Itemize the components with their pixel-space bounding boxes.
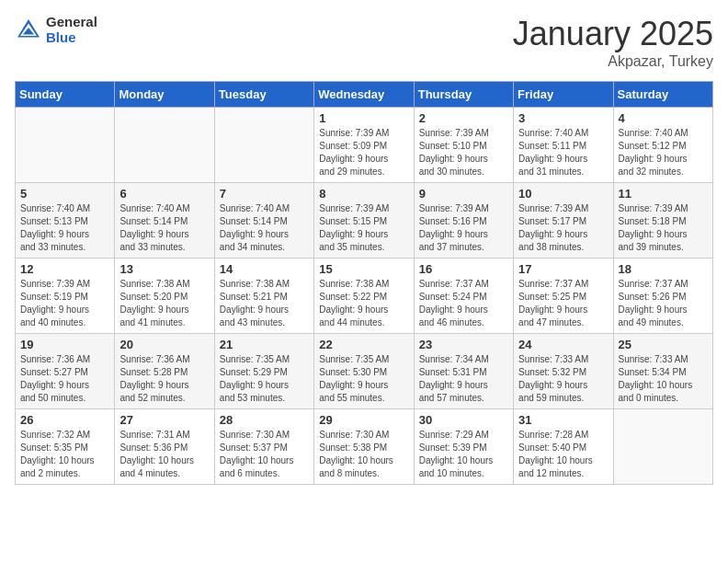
day-info: Sunrise: 7:31 AM Sunset: 5:36 PM Dayligh… <box>119 429 209 480</box>
day-info: Sunrise: 7:39 AM Sunset: 5:18 PM Dayligh… <box>619 202 708 254</box>
logo-icon <box>15 17 42 44</box>
table-cell: 16Sunrise: 7:37 AM Sunset: 5:24 PM Dayli… <box>414 259 513 334</box>
calendar-week-5: 26Sunrise: 7:32 AM Sunset: 5:35 PM Dayli… <box>16 409 713 485</box>
table-cell: 19Sunrise: 7:36 AM Sunset: 5:27 PM Dayli… <box>16 334 115 409</box>
calendar-week-3: 12Sunrise: 7:39 AM Sunset: 5:19 PM Dayli… <box>16 259 713 334</box>
day-number: 23 <box>419 338 508 351</box>
day-number: 4 <box>619 111 708 125</box>
table-cell: 7Sunrise: 7:40 AM Sunset: 5:14 PM Daylig… <box>214 183 313 259</box>
day-number: 17 <box>518 262 608 276</box>
table-cell: 14Sunrise: 7:38 AM Sunset: 5:21 PM Dayli… <box>214 259 313 334</box>
table-cell: 15Sunrise: 7:38 AM Sunset: 5:22 PM Dayli… <box>314 259 414 334</box>
day-info: Sunrise: 7:40 AM Sunset: 5:14 PM Dayligh… <box>220 202 309 254</box>
table-cell: 1Sunrise: 7:39 AM Sunset: 5:09 PM Daylig… <box>314 108 414 183</box>
day-number: 9 <box>419 187 508 201</box>
day-number: 11 <box>619 187 708 201</box>
table-cell <box>214 108 313 183</box>
table-cell: 6Sunrise: 7:40 AM Sunset: 5:14 PM Daylig… <box>115 183 214 259</box>
day-info: Sunrise: 7:36 AM Sunset: 5:27 PM Dayligh… <box>20 353 109 405</box>
day-number: 1 <box>319 111 408 125</box>
col-wednesday: Wednesday <box>314 82 414 108</box>
day-info: Sunrise: 7:39 AM Sunset: 5:16 PM Dayligh… <box>419 202 508 254</box>
day-number: 12 <box>20 262 109 276</box>
table-cell: 13Sunrise: 7:38 AM Sunset: 5:20 PM Dayli… <box>115 259 214 334</box>
table-cell <box>16 108 115 183</box>
day-info: Sunrise: 7:39 AM Sunset: 5:09 PM Dayligh… <box>319 127 408 178</box>
col-sunday: Sunday <box>16 82 115 108</box>
table-cell: 18Sunrise: 7:37 AM Sunset: 5:26 PM Dayli… <box>613 259 712 334</box>
table-cell: 11Sunrise: 7:39 AM Sunset: 5:18 PM Dayli… <box>613 183 712 259</box>
day-number: 19 <box>20 338 109 351</box>
calendar-header-row: Sunday Monday Tuesday Wednesday Thursday… <box>16 82 713 108</box>
table-cell: 30Sunrise: 7:29 AM Sunset: 5:39 PM Dayli… <box>414 409 513 485</box>
day-info: Sunrise: 7:33 AM Sunset: 5:34 PM Dayligh… <box>619 353 708 405</box>
day-info: Sunrise: 7:32 AM Sunset: 5:35 PM Dayligh… <box>20 429 109 480</box>
table-cell: 31Sunrise: 7:28 AM Sunset: 5:40 PM Dayli… <box>514 409 613 485</box>
table-cell: 2Sunrise: 7:39 AM Sunset: 5:10 PM Daylig… <box>414 108 513 183</box>
calendar-week-2: 5Sunrise: 7:40 AM Sunset: 5:13 PM Daylig… <box>16 183 713 259</box>
day-number: 14 <box>220 262 309 276</box>
table-cell: 27Sunrise: 7:31 AM Sunset: 5:36 PM Dayli… <box>115 409 214 485</box>
day-info: Sunrise: 7:37 AM Sunset: 5:25 PM Dayligh… <box>518 278 608 329</box>
logo-blue-text: Blue <box>46 30 97 46</box>
day-info: Sunrise: 7:39 AM Sunset: 5:17 PM Dayligh… <box>518 202 608 254</box>
day-number: 15 <box>319 262 408 276</box>
col-tuesday: Tuesday <box>214 82 313 108</box>
table-cell: 22Sunrise: 7:35 AM Sunset: 5:30 PM Dayli… <box>314 334 414 409</box>
day-number: 7 <box>220 187 309 201</box>
day-number: 13 <box>119 262 209 276</box>
day-number: 25 <box>619 338 708 351</box>
day-number: 5 <box>20 187 109 201</box>
calendar-title: January 2025 <box>513 15 713 53</box>
table-cell: 12Sunrise: 7:39 AM Sunset: 5:19 PM Dayli… <box>16 259 115 334</box>
day-info: Sunrise: 7:39 AM Sunset: 5:10 PM Dayligh… <box>419 127 508 178</box>
day-number: 22 <box>319 338 408 351</box>
day-number: 24 <box>518 338 608 351</box>
day-info: Sunrise: 7:40 AM Sunset: 5:13 PM Dayligh… <box>20 202 109 254</box>
day-number: 29 <box>319 413 408 427</box>
table-cell: 23Sunrise: 7:34 AM Sunset: 5:31 PM Dayli… <box>414 334 513 409</box>
table-cell: 25Sunrise: 7:33 AM Sunset: 5:34 PM Dayli… <box>613 334 712 409</box>
day-info: Sunrise: 7:36 AM Sunset: 5:28 PM Dayligh… <box>119 353 209 405</box>
day-info: Sunrise: 7:35 AM Sunset: 5:29 PM Dayligh… <box>220 353 309 405</box>
day-info: Sunrise: 7:28 AM Sunset: 5:40 PM Dayligh… <box>518 429 608 480</box>
day-info: Sunrise: 7:29 AM Sunset: 5:39 PM Dayligh… <box>419 429 508 480</box>
day-number: 20 <box>119 338 209 351</box>
day-number: 26 <box>20 413 109 427</box>
day-info: Sunrise: 7:39 AM Sunset: 5:15 PM Dayligh… <box>319 202 408 254</box>
logo: General Blue <box>15 15 97 45</box>
col-friday: Friday <box>514 82 613 108</box>
day-number: 16 <box>419 262 508 276</box>
calendar-week-1: 1Sunrise: 7:39 AM Sunset: 5:09 PM Daylig… <box>16 108 713 183</box>
day-number: 18 <box>619 262 708 276</box>
table-cell: 9Sunrise: 7:39 AM Sunset: 5:16 PM Daylig… <box>414 183 513 259</box>
day-info: Sunrise: 7:40 AM Sunset: 5:11 PM Dayligh… <box>518 127 608 178</box>
table-cell: 26Sunrise: 7:32 AM Sunset: 5:35 PM Dayli… <box>16 409 115 485</box>
day-number: 31 <box>518 413 608 427</box>
page-header: General Blue January 2025 Akpazar, Turke… <box>15 15 713 70</box>
day-info: Sunrise: 7:33 AM Sunset: 5:32 PM Dayligh… <box>518 353 608 405</box>
day-info: Sunrise: 7:38 AM Sunset: 5:20 PM Dayligh… <box>119 278 209 329</box>
day-number: 28 <box>220 413 309 427</box>
day-info: Sunrise: 7:37 AM Sunset: 5:26 PM Dayligh… <box>619 278 708 329</box>
logo-general-text: General <box>46 15 97 30</box>
col-thursday: Thursday <box>414 82 513 108</box>
day-number: 27 <box>119 413 209 427</box>
day-number: 3 <box>518 111 608 125</box>
col-monday: Monday <box>115 82 214 108</box>
table-cell: 21Sunrise: 7:35 AM Sunset: 5:29 PM Dayli… <box>214 334 313 409</box>
table-cell: 5Sunrise: 7:40 AM Sunset: 5:13 PM Daylig… <box>16 183 115 259</box>
day-info: Sunrise: 7:37 AM Sunset: 5:24 PM Dayligh… <box>419 278 508 329</box>
day-number: 2 <box>419 111 508 125</box>
day-number: 21 <box>220 338 309 351</box>
day-number: 6 <box>119 187 209 201</box>
day-info: Sunrise: 7:40 AM Sunset: 5:12 PM Dayligh… <box>619 127 708 178</box>
table-cell: 29Sunrise: 7:30 AM Sunset: 5:38 PM Dayli… <box>314 409 414 485</box>
table-cell: 4Sunrise: 7:40 AM Sunset: 5:12 PM Daylig… <box>613 108 712 183</box>
day-number: 10 <box>518 187 608 201</box>
day-info: Sunrise: 7:38 AM Sunset: 5:21 PM Dayligh… <box>220 278 309 329</box>
table-cell: 17Sunrise: 7:37 AM Sunset: 5:25 PM Dayli… <box>514 259 613 334</box>
day-info: Sunrise: 7:30 AM Sunset: 5:38 PM Dayligh… <box>319 429 408 480</box>
day-info: Sunrise: 7:40 AM Sunset: 5:14 PM Dayligh… <box>119 202 209 254</box>
day-info: Sunrise: 7:39 AM Sunset: 5:19 PM Dayligh… <box>20 278 109 329</box>
